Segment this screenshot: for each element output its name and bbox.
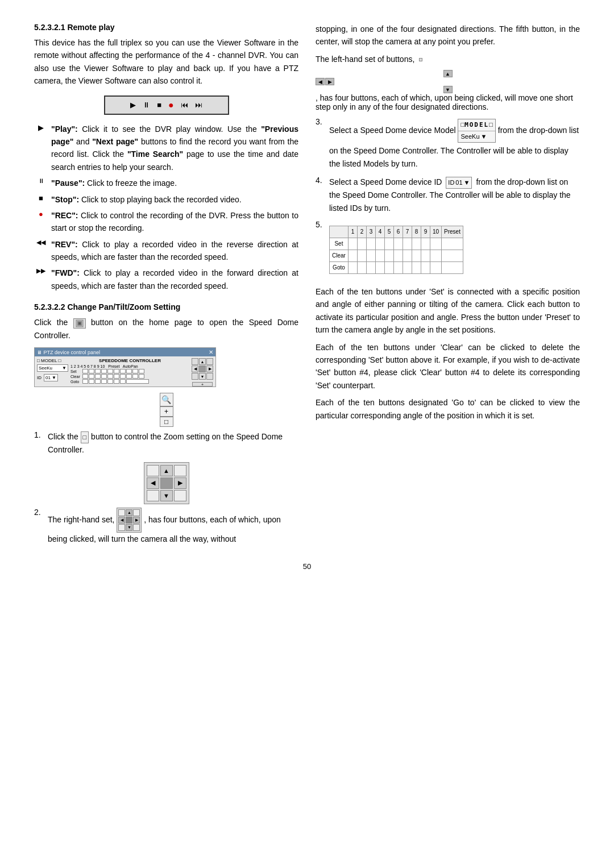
zoom-inline-btn[interactable]: □ (81, 431, 89, 444)
fwd-button[interactable]: ⏭ (194, 101, 204, 109)
ptz-goto-btn-2[interactable] (89, 379, 94, 384)
dir-pad-s: ▼ (160, 490, 173, 501)
ptz-panel-close-icon[interactable]: ✕ (209, 349, 213, 355)
dir-up-left[interactable] (192, 358, 198, 365)
ptz-set-btn-7[interactable] (120, 369, 126, 373)
ptz-goto-btn-7[interactable] (120, 379, 126, 384)
ptz-id-dropdown[interactable]: 01 ▼ (44, 374, 58, 381)
dir-center[interactable] (199, 366, 206, 372)
ptz-set-btn-3[interactable] (95, 369, 101, 373)
ptz-controller-title: SPEEDDOME CONTROLLER (70, 358, 189, 363)
goto-btn-7[interactable] (403, 262, 412, 274)
left-arrow-widget (419, 58, 422, 61)
fwd-icon: ▶▶ (34, 267, 48, 275)
goto-btn-9[interactable] (421, 262, 430, 274)
right-list-item-3: 3. Select a Speed Dome device Model □ MO… (316, 117, 580, 170)
set-btn-9[interactable] (421, 238, 430, 250)
ptz-clear-btn-10[interactable] (139, 374, 144, 379)
goto-long-btn[interactable] (442, 262, 463, 274)
pause-bullet-text: "Pause": Click to freeze the image. (51, 177, 177, 189)
svg-rect-2 (78, 322, 81, 325)
clear-btn-3[interactable] (366, 250, 375, 262)
preset-desc-1: Each of the ten buttons under 'Set' is c… (316, 285, 580, 337)
dir-down-right[interactable] (206, 373, 213, 380)
i-e: ▶ (133, 517, 140, 524)
ptz-set-btn-6[interactable] (114, 369, 119, 373)
goto-btn-6[interactable] (393, 262, 403, 274)
goto-btn-3[interactable] (366, 262, 375, 274)
set-btn-3[interactable] (366, 238, 375, 250)
dir-pad-w: ◀ (147, 477, 159, 489)
clear-btn-7[interactable] (403, 250, 412, 262)
clear-btn-1[interactable] (348, 250, 357, 262)
ptz-clear-btn-2[interactable] (89, 374, 94, 379)
play-button[interactable]: ▶ (129, 101, 137, 109)
page-number: 50 (34, 562, 580, 571)
dir-pad-grid: ▲ ◀ ▶ ▼ (147, 465, 186, 501)
set-btn-7[interactable] (403, 238, 412, 250)
ptz-set-btn-2[interactable] (89, 369, 94, 373)
ptz-clear-btn-4[interactable] (101, 374, 107, 379)
ptz-panel-screenshot: 🖥 PTZ device control panel ✕ □ MODEL □ S… (34, 347, 216, 387)
ptz-clear-btn-6[interactable] (114, 374, 119, 379)
dir-right[interactable]: ▶ (206, 366, 213, 372)
goto-btn-10[interactable] (430, 262, 441, 274)
goto-btn-5[interactable] (384, 262, 393, 274)
goto-btn-2[interactable] (357, 262, 366, 274)
ptz-clear-btn-1[interactable] (82, 374, 88, 379)
set-btn-6[interactable] (393, 238, 403, 250)
ptz-clear-btn-3[interactable] (95, 374, 101, 379)
ptz-goto-long-btn[interactable] (126, 379, 149, 384)
zoom-plus-btn[interactable]: + (192, 382, 213, 387)
ptz-set-btn-5[interactable] (107, 369, 113, 373)
ptz-clear-btn-8[interactable] (126, 374, 132, 379)
pause-button[interactable]: ⏸ (142, 101, 151, 109)
set-btn-5[interactable] (384, 238, 393, 250)
set-btn-1[interactable] (348, 238, 357, 250)
clear-btn-2[interactable] (357, 250, 366, 262)
ptz-set-btn-1[interactable] (82, 369, 88, 373)
clear-btn-10[interactable] (430, 250, 441, 262)
dir-down-left[interactable] (192, 373, 198, 380)
goto-btn-1[interactable] (348, 262, 357, 274)
set-btn-10[interactable] (430, 238, 441, 250)
set-btn-2[interactable] (357, 238, 366, 250)
goto-btn-4[interactable] (375, 262, 384, 274)
set-btn-4[interactable] (375, 238, 384, 250)
ptz-clear-btn-9[interactable] (132, 374, 138, 379)
set-btn-8[interactable] (412, 238, 421, 250)
ptz-set-btn-10[interactable] (139, 369, 144, 373)
set-preset-btn[interactable] (442, 238, 463, 250)
ptz-set-btn-8[interactable] (126, 369, 132, 373)
goto-btn-8[interactable] (412, 262, 421, 274)
stop-button[interactable]: ■ (156, 101, 163, 109)
ptz-goto-btn-3[interactable] (95, 379, 101, 384)
rev-button[interactable]: ⏮ (180, 101, 189, 109)
dir-up[interactable]: ▲ (199, 358, 206, 365)
ptz-seeku-dropdown[interactable]: SeeKu ▼ (37, 364, 68, 372)
clear-btn-4[interactable] (375, 250, 384, 262)
ptz-goto-btn-6[interactable] (114, 379, 119, 384)
ptz-clear-btn-7[interactable] (120, 374, 126, 379)
clear-btn-9[interactable] (421, 250, 430, 262)
ptz-goto-btn-4[interactable] (101, 379, 107, 384)
play-bullet-text: "Play": Click it to see the DVR play win… (51, 123, 298, 174)
dir-down[interactable]: ▼ (199, 373, 206, 380)
ptz-set-btn-4[interactable] (101, 369, 107, 373)
dir-left[interactable]: ◀ (192, 366, 198, 372)
ptz-button-icon[interactable] (73, 318, 86, 329)
clear-btn-6[interactable] (393, 250, 403, 262)
rec-button[interactable]: ● (167, 100, 175, 110)
ptz-preset-label: 1 2 3 4 5 6 7 8 9 10 Preset AutoPan (70, 364, 189, 368)
preset-empty-header (330, 226, 349, 238)
ptz-dropdown-icon: ▼ (62, 366, 67, 371)
clear-preset-btn[interactable] (442, 250, 463, 262)
model-widget: □ MODEL □ SeeKu ▼ (458, 119, 495, 143)
clear-btn-8[interactable] (412, 250, 421, 262)
dir-up-right[interactable] (206, 358, 213, 365)
ptz-set-btn-9[interactable] (132, 369, 138, 373)
ptz-goto-btn-1[interactable] (82, 379, 88, 384)
ptz-goto-btn-5[interactable] (107, 379, 113, 384)
ptz-clear-btn-5[interactable] (107, 374, 113, 379)
clear-btn-5[interactable] (384, 250, 393, 262)
